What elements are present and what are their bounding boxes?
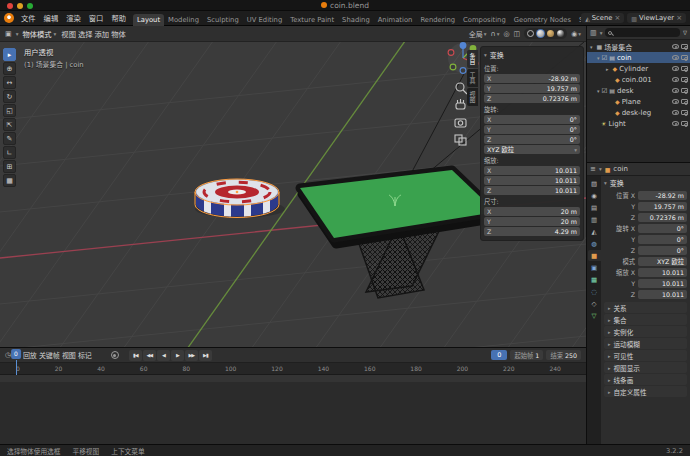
- collapsed-panel-header[interactable]: 实例化: [604, 326, 687, 337]
- transport-button[interactable]: ▶▮: [199, 350, 212, 361]
- disable-render-icon[interactable]: [681, 88, 688, 93]
- collapsed-panel-header[interactable]: 运动模糊: [604, 338, 687, 349]
- hide-viewport-icon[interactable]: [672, 99, 679, 104]
- rotation-x-field[interactable]: X0°: [484, 115, 580, 124]
- scale-y-field[interactable]: Y10.011: [484, 176, 580, 185]
- viewlayer-selector[interactable]: ▥ ViewLayer ×: [627, 13, 686, 23]
- workspace-tab[interactable]: Shading: [338, 14, 374, 26]
- filter-icon[interactable]: ∇: [683, 29, 687, 36]
- workspace-tab[interactable]: Modeling: [164, 14, 203, 26]
- tool-button[interactable]: ▸: [3, 48, 16, 61]
- tool-button[interactable]: ↔: [3, 76, 16, 89]
- disable-render-icon[interactable]: [681, 121, 688, 126]
- frame-ruler[interactable]: 020406080100120140160180200220240: [0, 363, 586, 375]
- auto-keying-icon[interactable]: [111, 351, 119, 359]
- expand-caret-icon[interactable]: ▾: [597, 88, 600, 94]
- xray-toggle-icon[interactable]: ◫: [514, 30, 521, 38]
- start-frame-field[interactable]: 起始帧1: [510, 350, 543, 360]
- hide-viewport-icon[interactable]: [672, 121, 679, 126]
- tool-button[interactable]: ▦: [3, 174, 16, 187]
- viewport-menu-item[interactable]: 物体: [110, 29, 127, 39]
- outliner-row[interactable]: ▸ ◆ Cylinder: [587, 63, 690, 74]
- property-value-field[interactable]: 10.011: [638, 268, 687, 277]
- dimensions-x-field[interactable]: X20 m: [484, 207, 580, 216]
- properties-tab[interactable]: ▽: [588, 310, 601, 321]
- workspace-tab[interactable]: Layout: [133, 14, 164, 26]
- scale-z-field[interactable]: Z10.011: [484, 186, 580, 195]
- workspace-tab[interactable]: Sculpting: [203, 14, 243, 26]
- tool-button[interactable]: ↻: [3, 90, 16, 103]
- overlays-toggle-icon[interactable]: ◉▾: [571, 30, 581, 38]
- properties-tab[interactable]: ◌: [588, 286, 601, 297]
- transform-panel-title[interactable]: 变换: [484, 49, 580, 62]
- proportional-edit-icon[interactable]: ◎: [503, 30, 509, 38]
- properties-tab[interactable]: ▥: [588, 214, 601, 225]
- menu-item[interactable]: 渲染: [62, 13, 85, 23]
- outliner-row[interactable]: ▾ ▦ 场景集合: [587, 41, 690, 52]
- collection-checkbox[interactable]: ☑: [602, 87, 608, 95]
- workspace-tab[interactable]: Compositing: [459, 14, 510, 26]
- viewport-menu-item[interactable]: 选择: [77, 29, 94, 39]
- hide-viewport-icon[interactable]: [672, 110, 679, 115]
- properties-tab[interactable]: ▦: [588, 274, 601, 285]
- transport-button[interactable]: ▮◀: [129, 350, 142, 361]
- dimensions-y-field[interactable]: Y20 m: [484, 217, 580, 226]
- scene-selector[interactable]: ◭ Scene ×: [581, 13, 624, 23]
- viewport-canvas[interactable]: 用户透视 (1) 场景集合 | coin ▸⊕↔↻◱⇱✎∟⊞▦ 条目工具视图 变…: [0, 42, 586, 347]
- property-value-field[interactable]: 10.011: [638, 279, 687, 288]
- disable-render-icon[interactable]: [681, 77, 688, 82]
- disable-render-icon[interactable]: [681, 110, 688, 115]
- unlink-icon[interactable]: ×: [614, 14, 620, 22]
- shading-wireframe-icon[interactable]: [526, 29, 535, 38]
- collapsed-panel-header[interactable]: 自定义属性: [604, 386, 687, 397]
- collection-checkbox[interactable]: ☑: [602, 54, 608, 62]
- transport-button[interactable]: ◀: [157, 350, 170, 361]
- scale-x-field[interactable]: X10.011: [484, 166, 580, 175]
- viewport-menu-item[interactable]: 添加: [94, 29, 111, 39]
- rotation-mode-select[interactable]: XYZ 欧拉▾: [484, 145, 580, 154]
- collapsed-panel-header[interactable]: 视图显示: [604, 362, 687, 373]
- properties-tab[interactable]: ◭: [588, 226, 601, 237]
- disable-render-icon[interactable]: [681, 66, 688, 71]
- hide-viewport-icon[interactable]: [672, 66, 679, 71]
- workspace-tab[interactable]: UV Editing: [243, 14, 286, 26]
- location-z-field[interactable]: Z0.72376 m: [484, 94, 580, 103]
- outliner-row[interactable]: ☀ Light: [587, 118, 690, 129]
- tool-button[interactable]: ∟: [3, 146, 16, 159]
- outliner-editor-icon[interactable]: ▥: [590, 29, 597, 37]
- workspace-tab[interactable]: Geometry Nodes: [510, 14, 575, 26]
- hide-viewport-icon[interactable]: [672, 44, 679, 49]
- transform-section-title[interactable]: 变换: [604, 178, 687, 190]
- properties-tab[interactable]: ■: [588, 250, 601, 261]
- mode-dropdown[interactable]: 物体模式▾: [22, 29, 56, 39]
- orientation-dropdown[interactable]: 全局▾: [469, 29, 487, 39]
- chip-object[interactable]: [194, 179, 285, 220]
- close-button[interactable]: [7, 3, 13, 9]
- property-value-field[interactable]: 10.011: [638, 290, 687, 299]
- expand-caret-icon[interactable]: ▸: [606, 66, 609, 72]
- properties-editor-icon[interactable]: ≡: [590, 165, 596, 173]
- snap-magnet-icon[interactable]: ∩▾: [491, 30, 500, 38]
- transport-button[interactable]: ▶▶: [185, 350, 198, 361]
- property-value-field[interactable]: 0°: [638, 235, 687, 244]
- timeline-menu-item[interactable]: 回放: [22, 350, 38, 360]
- unlink-icon[interactable]: ×: [676, 14, 682, 22]
- timeline-menu-item[interactable]: 视图: [61, 350, 77, 360]
- timeline-menu-item[interactable]: 标记: [77, 350, 93, 360]
- timeline-menu-item[interactable]: 关键帧: [38, 350, 61, 360]
- sidebar-tab[interactable]: 工具: [467, 69, 478, 87]
- tool-button[interactable]: ⊞: [3, 160, 16, 173]
- outliner-row[interactable]: ◆ desk-leg: [587, 107, 690, 118]
- property-value-field[interactable]: 19.757 m: [638, 202, 687, 211]
- workspace-tab[interactable]: Texture Paint: [286, 14, 338, 26]
- sidebar-tab[interactable]: 视图: [467, 88, 478, 106]
- expand-caret-icon[interactable]: ▾: [597, 55, 600, 61]
- menu-item[interactable]: 帮助: [107, 13, 130, 23]
- shading-rendered-icon[interactable]: [556, 29, 565, 38]
- zoom-button[interactable]: [27, 3, 33, 9]
- end-frame-field[interactable]: 结束250: [546, 350, 581, 360]
- properties-tab[interactable]: ▤: [588, 202, 601, 213]
- collapsed-panel-header[interactable]: 关系: [604, 302, 687, 313]
- blender-logo-icon[interactable]: [4, 13, 14, 23]
- shading-solid-icon[interactable]: [536, 29, 545, 38]
